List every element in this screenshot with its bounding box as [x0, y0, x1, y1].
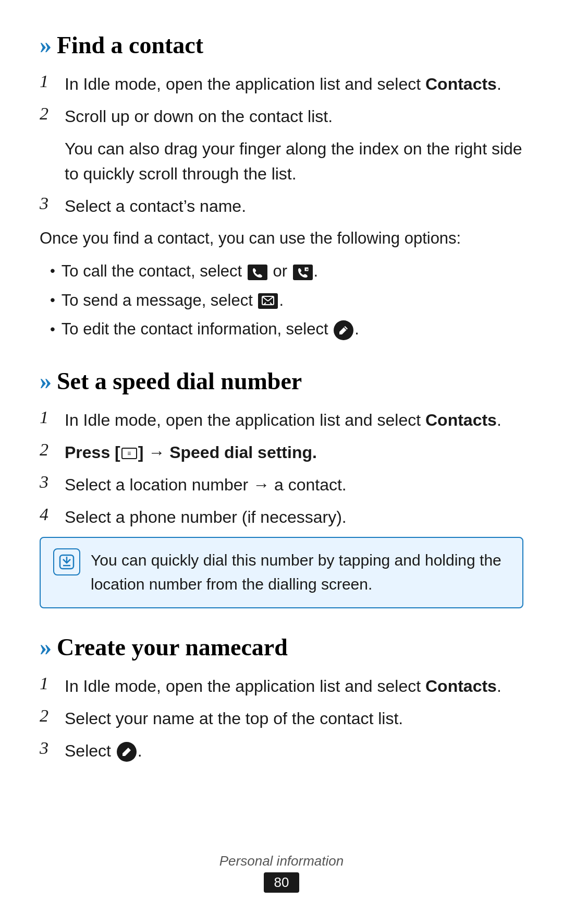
note-box: You can quickly dial this number by tapp…: [40, 537, 523, 608]
find-contact-section: » Find a contact 1 In Idle mode, open th…: [40, 31, 523, 342]
namecard-step-1: 1 In Idle mode, open the application lis…: [40, 674, 523, 699]
speed-dial-section: » Set a speed dial number 1 In Idle mode…: [40, 367, 523, 608]
bullet-message-text: To send a message, select .: [62, 287, 284, 314]
speed-step-number-2: 2: [40, 440, 56, 460]
once-text: Once you find a contact, you can use the…: [40, 226, 523, 251]
chevron-icon: »: [40, 31, 52, 59]
find-step-2-sub: You can also drag your finger along the …: [65, 136, 523, 186]
speed-step-number-4: 4: [40, 505, 56, 524]
menu-icon: ≡: [121, 448, 137, 459]
namecard-step-number-2: 2: [40, 706, 56, 726]
speed-step-4: 4 Select a phone number (if necessary).: [40, 505, 523, 530]
find-step-3: 3 Select a contact’s name.: [40, 194, 523, 219]
speed-step-3-text: Select a location number → a contact.: [65, 472, 347, 497]
note-text: You can quickly dial this number by tapp…: [91, 548, 510, 597]
svg-line-3: [263, 297, 268, 301]
footer-label: Personal information: [0, 853, 563, 869]
phone-alt-icon: ✦: [293, 265, 313, 280]
chevron-icon-2: »: [40, 367, 52, 395]
speed-step-1-text: In Idle mode, open the application list …: [65, 407, 501, 433]
namecard-step-2: 2 Select your name at the top of the con…: [40, 706, 523, 731]
speed-step-1: 1 In Idle mode, open the application lis…: [40, 407, 523, 433]
speed-step-number-1: 1: [40, 407, 56, 427]
find-step-1: 1 In Idle mode, open the application lis…: [40, 71, 523, 97]
find-step-1-text: In Idle mode, open the application list …: [65, 71, 501, 97]
namecard-step-1-text: In Idle mode, open the application list …: [65, 674, 501, 699]
svg-text:✦: ✦: [305, 268, 308, 271]
bullet-call-text: To call the contact, select or ✦ .: [62, 258, 318, 284]
namecard-section: » Create your namecard 1 In Idle mode, o…: [40, 633, 523, 763]
step-number-3: 3: [40, 194, 56, 213]
bullet-dot-3: •: [50, 318, 55, 341]
note-icon: [53, 548, 80, 575]
namecard-step-3: 3 Select .: [40, 738, 523, 763]
bullet-message: • To send a message, select .: [50, 287, 523, 314]
find-step-3-text: Select a contact’s name.: [65, 194, 246, 219]
find-step-2-text: Scroll up or down on the contact list.: [65, 104, 333, 129]
footer-page: 80: [264, 872, 300, 893]
namecard-step-2-text: Select your name at the top of the conta…: [65, 706, 403, 731]
speed-step-number-3: 3: [40, 472, 56, 492]
msg-icon: [258, 293, 278, 309]
options-list: • To call the contact, select or ✦ .: [50, 258, 523, 342]
find-contact-title: » Find a contact: [40, 31, 523, 59]
speed-dial-title: » Set a speed dial number: [40, 367, 523, 395]
namecard-step-number-3: 3: [40, 738, 56, 758]
footer: Personal information 80: [0, 853, 563, 893]
edit-icon-2: [117, 742, 137, 762]
or-text: or: [273, 262, 291, 280]
svg-line-4: [268, 297, 273, 301]
bullet-dot-2: •: [50, 289, 55, 312]
step-number-2: 2: [40, 104, 56, 124]
bullet-call: • To call the contact, select or ✦ .: [50, 258, 523, 284]
speed-step-3: 3 Select a location number → a contact.: [40, 472, 523, 497]
phone-icon: [248, 265, 267, 280]
edit-icon-1: [334, 320, 353, 340]
bullet-edit-text: To edit the contact information, select …: [62, 316, 359, 342]
bullet-edit: • To edit the contact information, selec…: [50, 316, 523, 342]
chevron-icon-3: »: [40, 633, 52, 661]
speed-step-4-text: Select a phone number (if necessary).: [65, 505, 347, 530]
bullet-dot-1: •: [50, 259, 55, 283]
find-step-2: 2 Scroll up or down on the contact list.: [40, 104, 523, 129]
namecard-title: » Create your namecard: [40, 633, 523, 661]
speed-step-2: 2 Press [≡] → Speed dial setting.: [40, 440, 523, 465]
step-number-1: 1: [40, 71, 56, 91]
speed-step-2-text: Press [≡] → Speed dial setting.: [65, 440, 317, 465]
namecard-step-3-text: Select .: [65, 738, 142, 763]
namecard-step-number-1: 1: [40, 674, 56, 693]
